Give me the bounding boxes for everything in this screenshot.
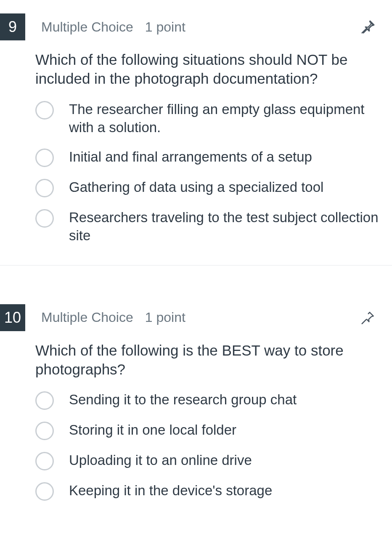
option-label: Gathering of data using a specialized to… — [69, 178, 323, 196]
radio-icon — [35, 209, 54, 228]
question-body: Which of the following situations should… — [0, 40, 392, 245]
option-label: Keeping it in the device's storage — [69, 481, 272, 500]
option-row[interactable]: Keeping it in the device's storage — [35, 481, 383, 501]
radio-icon — [35, 452, 54, 470]
radio-icon — [35, 149, 54, 167]
question-block: 9 Multiple Choice 1 point Which of the f… — [0, 0, 392, 266]
option-label: Researchers traveling to the test subjec… — [69, 208, 383, 245]
question-header: 10 Multiple Choice 1 point — [0, 291, 392, 331]
question-prompt: Which of the following is the BEST way t… — [35, 341, 383, 379]
pin-icon — [360, 19, 376, 35]
option-row[interactable]: Gathering of data using a specialized to… — [35, 178, 383, 197]
option-row[interactable]: The researcher filling an empty glass eq… — [35, 100, 383, 137]
question-header: 9 Multiple Choice 1 point — [0, 0, 392, 40]
pin-button[interactable] — [358, 307, 379, 328]
option-label: Uploading it to an online drive — [69, 451, 252, 470]
option-label: Storing it in one local folder — [69, 421, 236, 439]
question-prompt: Which of the following situations should… — [35, 50, 383, 88]
option-label: Initial and final arrangements of a setu… — [69, 148, 312, 166]
question-meta: Multiple Choice 1 point — [41, 310, 358, 325]
option-row[interactable]: Initial and final arrangements of a setu… — [35, 148, 383, 167]
question-number-badge: 10 — [0, 304, 25, 331]
radio-icon — [35, 422, 54, 440]
option-label: The researcher filling an empty glass eq… — [69, 100, 383, 137]
question-number-badge: 9 — [0, 13, 25, 40]
radio-icon — [35, 482, 54, 501]
pin-icon — [360, 310, 376, 326]
options-list: Sending it to the research group chat St… — [35, 390, 383, 501]
option-label: Sending it to the research group chat — [69, 390, 297, 409]
question-points-label: 1 point — [145, 310, 185, 325]
option-row[interactable]: Sending it to the research group chat — [35, 390, 383, 410]
quiz-container: 9 Multiple Choice 1 point Which of the f… — [0, 0, 392, 509]
question-type-label: Multiple Choice — [41, 310, 133, 325]
pin-button[interactable] — [358, 16, 379, 37]
question-meta: Multiple Choice 1 point — [41, 19, 358, 35]
options-list: The researcher filling an empty glass eq… — [35, 100, 383, 245]
radio-icon — [35, 391, 54, 410]
question-body: Which of the following is the BEST way t… — [0, 331, 392, 501]
radio-icon — [35, 101, 54, 119]
radio-icon — [35, 179, 54, 197]
option-row[interactable]: Uploading it to an online drive — [35, 451, 383, 470]
question-type-label: Multiple Choice — [41, 19, 133, 35]
option-row[interactable]: Storing it in one local folder — [35, 421, 383, 440]
question-points-label: 1 point — [145, 19, 185, 35]
question-block: 10 Multiple Choice 1 point Which of the … — [0, 291, 392, 510]
option-row[interactable]: Researchers traveling to the test subjec… — [35, 208, 383, 245]
